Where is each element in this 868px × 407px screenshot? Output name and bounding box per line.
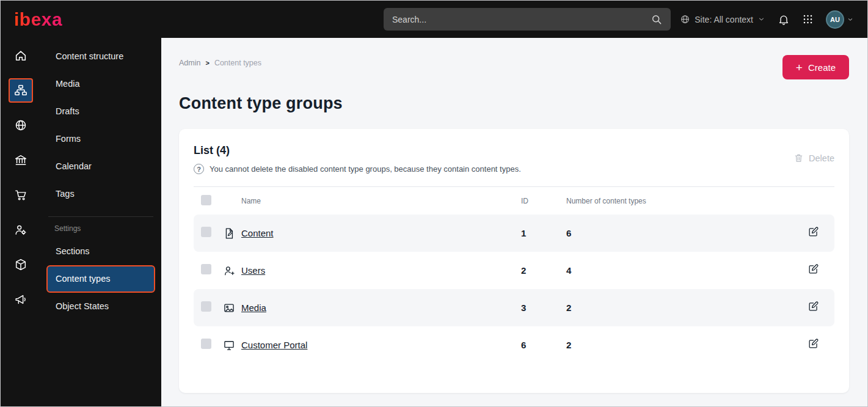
icon-rail	[1, 38, 40, 406]
file-icon	[223, 227, 241, 240]
create-button[interactable]: + Create	[782, 55, 849, 79]
user-gear-icon	[14, 223, 27, 237]
group-link[interactable]: Media	[241, 302, 266, 313]
group-count: 6	[566, 228, 808, 238]
table-row: Media 3 2	[194, 289, 834, 326]
sidebar-item-content-types[interactable]: Content types	[46, 265, 155, 293]
sidebar-divider	[48, 216, 153, 217]
group-id: 1	[521, 228, 566, 238]
group-count: 2	[566, 340, 808, 350]
breadcrumb-content-types: Content types	[214, 59, 261, 67]
megaphone-icon	[14, 293, 27, 306]
sidebar-item-calendar[interactable]: Calendar	[46, 153, 155, 180]
create-button-label: Create	[808, 62, 836, 73]
edit-group-button[interactable]	[808, 263, 819, 275]
table-row: Users 2 4	[194, 252, 834, 289]
header-count: Number of content types	[566, 197, 808, 205]
group-id: 6	[521, 340, 566, 350]
cart-icon	[14, 188, 27, 202]
breadcrumb-admin[interactable]: Admin	[179, 59, 200, 67]
group-link[interactable]: Content	[241, 228, 274, 238]
monitor-icon	[223, 339, 241, 351]
edit-group-button[interactable]	[808, 301, 819, 312]
users-icon	[223, 265, 241, 277]
search-icon	[651, 13, 662, 25]
row-checkbox[interactable]	[201, 301, 211, 312]
bank-icon	[14, 153, 27, 167]
rail-item-marketing[interactable]	[9, 287, 33, 312]
rail-item-commerce[interactable]	[9, 183, 33, 207]
apps-grid-button[interactable]	[802, 13, 814, 25]
chevron-down-icon	[757, 15, 765, 23]
row-checkbox[interactable]	[201, 227, 211, 237]
rail-item-customers[interactable]	[9, 218, 33, 242]
group-count: 2	[566, 302, 808, 313]
grid-icon	[802, 13, 814, 25]
group-id: 3	[521, 302, 566, 313]
sidebar-item-content-structure[interactable]: Content structure	[46, 43, 155, 70]
global-search[interactable]	[384, 8, 671, 31]
edit-group-button[interactable]	[808, 226, 819, 238]
site-context-label: Site: All context	[695, 15, 753, 24]
image-icon	[223, 302, 241, 314]
rail-item-admin[interactable]	[9, 148, 33, 172]
rail-item-products[interactable]	[9, 252, 33, 277]
table-row: Content 1 6	[194, 215, 834, 252]
main-content: Admin > Content types + Create Content t…	[161, 38, 867, 406]
group-link[interactable]: Users	[241, 265, 265, 276]
ibexa-logo[interactable]: ibexa	[14, 10, 62, 29]
row-checkbox[interactable]	[201, 264, 211, 274]
row-checkbox[interactable]	[201, 339, 211, 349]
sidebar-item-tags[interactable]: Tags	[46, 180, 155, 208]
sidebar-item-forms[interactable]: Forms	[46, 125, 155, 153]
rail-item-dashboard[interactable]	[9, 43, 33, 68]
list-title: List (4)	[194, 144, 521, 157]
info-text: You cannot delete the disabled content t…	[210, 164, 521, 174]
user-menu[interactable]: AU	[826, 10, 854, 29]
bell-icon	[778, 13, 790, 26]
sidebar-item-drafts[interactable]: Drafts	[46, 98, 155, 125]
search-input[interactable]	[392, 15, 651, 24]
site-context-selector[interactable]: Site: All context	[680, 14, 765, 24]
delete-button-label: Delete	[809, 153, 834, 163]
avatar: AU	[826, 10, 844, 29]
sidebar-item-sections[interactable]: Sections	[46, 238, 155, 265]
table-row: Customer Portal 6 2	[194, 326, 834, 364]
chevron-down-icon	[847, 16, 854, 23]
breadcrumb-separator: >	[205, 59, 209, 67]
plus-icon: +	[796, 62, 803, 73]
rail-item-content[interactable]	[9, 78, 33, 103]
sidebar: Content structure Media Drafts Forms Cal…	[40, 38, 161, 406]
globe-icon	[680, 14, 690, 24]
table-header: Name ID Number of content types	[194, 186, 834, 215]
ibexa-admin-window: ibexa Site: All context	[0, 0, 868, 407]
content-type-groups-table: Name ID Number of content types	[194, 186, 834, 364]
package-icon	[14, 258, 27, 271]
rail-item-site[interactable]	[9, 113, 33, 138]
group-count: 4	[566, 265, 808, 276]
trash-icon	[793, 153, 804, 163]
group-id: 2	[521, 265, 566, 276]
page-body: Content structure Media Drafts Forms Cal…	[1, 38, 867, 406]
select-all-checkbox[interactable]	[201, 195, 211, 205]
home-icon	[14, 49, 27, 62]
sidebar-item-object-states[interactable]: Object States	[46, 293, 155, 320]
content-type-groups-card: List (4) ? You cannot delete the disable…	[179, 129, 849, 393]
header-id: ID	[521, 197, 566, 205]
notifications-button[interactable]	[778, 13, 790, 26]
breadcrumb: Admin > Content types	[179, 55, 261, 67]
sidebar-item-media[interactable]: Media	[46, 70, 155, 98]
group-link[interactable]: Customer Portal	[241, 340, 307, 350]
topbar-right: Site: All context	[680, 10, 854, 29]
topbar: ibexa Site: All context	[1, 1, 867, 38]
globe-icon	[14, 119, 27, 132]
question-icon: ?	[194, 164, 204, 174]
sitemap-icon	[14, 84, 27, 97]
page-title: Content type groups	[179, 94, 849, 113]
edit-group-button[interactable]	[808, 338, 819, 350]
header-name: Name	[241, 197, 521, 205]
delete-button[interactable]: Delete	[793, 144, 834, 163]
sidebar-settings-label: Settings	[46, 223, 155, 238]
